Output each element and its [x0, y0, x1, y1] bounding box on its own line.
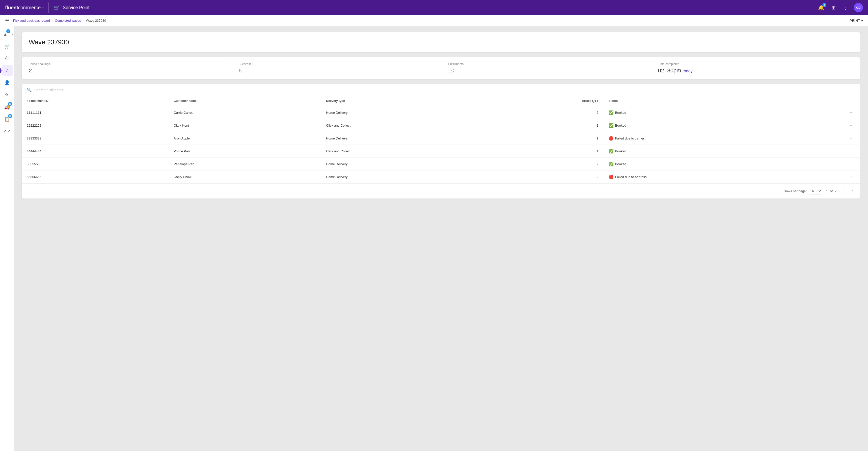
chevron-right-icon: ›: [852, 189, 854, 193]
sidebar-item-flights[interactable]: ✈: [1, 89, 12, 100]
cell-article-qty: 2: [481, 106, 603, 119]
breadcrumb-sep-2: >: [83, 19, 85, 23]
breadcrumb-link-completed-waves[interactable]: Completed waves: [55, 19, 81, 23]
header-actions: 🔔 3 ⊞ ⋮ GJ: [817, 3, 863, 12]
logo: fluentcommerce ≡: [5, 5, 43, 10]
row-more-button[interactable]: ···: [848, 174, 856, 180]
of-label: of: [830, 189, 833, 193]
table-body: 11111111 Carrie Carrot Home Delivery 2 ✅…: [22, 106, 861, 183]
cell-delivery-type: Home Delivery: [321, 106, 480, 119]
sort-icon: ↑: [27, 99, 28, 103]
cell-article-qty: 1: [481, 119, 603, 132]
table-row: 44444444 Prince Paul Click and Collect 1…: [22, 145, 861, 158]
grid-button[interactable]: ⊞: [830, 3, 837, 11]
rows-per-page-select[interactable]: 6 10 25: [809, 188, 822, 194]
logo-bold: fluent: [5, 5, 18, 10]
breadcrumb-link-dashboard[interactable]: Pick and pack dashboard: [13, 19, 50, 23]
breadcrumb-bar: ☰ Pick and pack dashboard > Completed wa…: [0, 15, 868, 26]
sidebar-badge-delivery: 10: [8, 102, 12, 106]
cell-delivery-type: Click and Collect: [321, 145, 480, 158]
more-options-button[interactable]: ⋮: [842, 3, 849, 11]
sidebar-badge-0: 2: [6, 29, 10, 33]
row-more-button[interactable]: ···: [848, 123, 856, 128]
cell-customer-name: Aron Apple: [168, 132, 321, 145]
cell-fulfillment-id: 11111111: [22, 106, 168, 119]
stat-fulfillments-value: 10: [448, 67, 644, 74]
row-more-button[interactable]: ···: [848, 161, 856, 167]
status-label: Booked: [615, 162, 626, 166]
stat-successful: Successful 6: [231, 57, 441, 79]
cell-status: 🔴 Failed due to carrier ···: [603, 132, 861, 145]
cell-delivery-type: Home Delivery: [321, 132, 480, 145]
status-label: Failed due to carrier: [615, 136, 645, 140]
sidebar: ▲ 2 ▲ 🛒 ⏱ 1 ✓ 👤 ✈ 🚚 10 📋 10 ✓✓: [0, 26, 14, 451]
table-header-row: ↑Fulfillment ID Customer name Delivery t…: [22, 96, 861, 106]
row-more-button[interactable]: ···: [848, 135, 856, 141]
next-page-button[interactable]: ›: [850, 188, 856, 194]
cell-status: ✅ Booked ···: [603, 119, 861, 132]
cell-delivery-type: Home Delivery: [321, 170, 480, 183]
chevron-up-icon: ▲: [11, 33, 14, 36]
avatar-initials: GJ: [856, 6, 861, 9]
col-header-delivery-type: Delivery type: [321, 96, 480, 106]
table-row: 33333333 Aron Apple Home Delivery 1 🔴 Fa…: [22, 132, 861, 145]
cell-status: ✅ Booked ···: [603, 106, 861, 119]
stat-fulfillments: Fulfillments 10: [441, 57, 651, 79]
rows-per-page-control: Rows per page: 6 10 25: [784, 188, 822, 194]
avatar[interactable]: GJ: [854, 3, 863, 12]
page-title: Wave 237930: [29, 38, 854, 46]
app-header: fluentcommerce ≡ 🛒 Service Point 🔔 3 ⊞ ⋮…: [0, 0, 868, 15]
cell-customer-name: Prince Paul: [168, 145, 321, 158]
print-label: PRINT: [849, 19, 860, 23]
status-err-icon: 🔴: [609, 136, 614, 141]
col-header-article-qty: Article QTY: [481, 96, 603, 106]
notification-button[interactable]: 🔔 3: [817, 3, 825, 11]
step-indicator: 1: [0, 68, 1, 74]
stat-time-value: 02: 30pm today: [658, 67, 854, 74]
row-more-button[interactable]: ···: [848, 148, 856, 154]
status-err-icon: 🔴: [609, 174, 614, 179]
stat-time-completed: Time completed 02: 30pm today: [651, 57, 861, 79]
breadcrumb: Pick and pack dashboard > Completed wave…: [13, 19, 106, 23]
cell-status: 🔴 Failed due to address ···: [603, 170, 861, 183]
cell-fulfillment-id: 66666666: [22, 170, 168, 183]
logo-light: commerce: [18, 5, 40, 10]
breadcrumb-current: Wave 237930: [86, 19, 106, 23]
sidebar-item-verify[interactable]: ✓✓: [1, 126, 12, 137]
cell-status: ✅ Booked ···: [603, 145, 861, 158]
print-button[interactable]: PRINT ▾: [849, 19, 863, 23]
user-icon: 👤: [4, 80, 10, 86]
breadcrumb-sep-1: >: [52, 19, 54, 23]
cell-article-qty: 1: [481, 145, 603, 158]
shopping-bag-icon: 🛒: [4, 44, 10, 49]
stat-fulfillments-label: Fulfillments: [448, 62, 644, 66]
sidebar-item-users[interactable]: 👤: [1, 77, 12, 88]
sidebar-item-completed[interactable]: 1 ✓: [1, 65, 12, 76]
sidebar-item-documents[interactable]: 📋 10: [1, 114, 12, 125]
sidebar-item-history[interactable]: ⏱: [1, 53, 12, 64]
stat-time-label: Time completed: [658, 62, 854, 66]
status-label: Booked: [615, 124, 626, 127]
status-label: Booked: [615, 149, 626, 153]
page-total: 2: [835, 189, 836, 193]
logo-icon: ≡: [42, 5, 44, 9]
stat-successful-label: Successful: [239, 62, 434, 66]
page-current: 1: [826, 189, 828, 193]
status-ok-icon: ✅: [609, 162, 614, 166]
notification-badge: 3: [822, 3, 826, 7]
hamburger-button[interactable]: ☰: [5, 18, 9, 24]
cell-fulfillment-id: 44444444: [22, 145, 168, 158]
status-ok-icon: ✅: [609, 110, 614, 115]
stat-failed-bookings: Failed bookings 2: [22, 57, 231, 79]
rows-per-page-label: Rows per page:: [784, 189, 807, 193]
pagination: Rows per page: 6 10 25 1 of 2 ‹ ›: [22, 183, 861, 198]
sidebar-item-delivery[interactable]: 🚚 10: [1, 101, 12, 112]
sidebar-item-home[interactable]: ▲ 2: [0, 29, 11, 40]
search-input[interactable]: [34, 88, 856, 92]
clock-icon: ⏱: [5, 56, 9, 61]
sidebar-item-orders[interactable]: 🛒: [1, 41, 12, 52]
prev-page-button[interactable]: ‹: [840, 188, 846, 194]
app-name-label: Service Point: [63, 5, 89, 10]
row-more-button[interactable]: ···: [848, 110, 856, 115]
cell-fulfillment-id: 22222222: [22, 119, 168, 132]
